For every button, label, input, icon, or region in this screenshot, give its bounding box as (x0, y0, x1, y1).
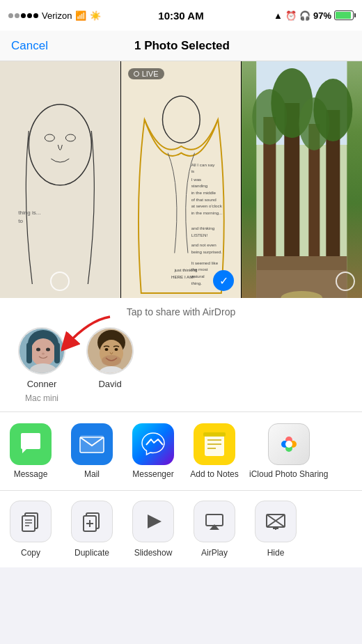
page-title: 1 Photo Selected (134, 39, 230, 53)
message-svg (19, 432, 42, 456)
hide-label: Hide (267, 548, 285, 558)
headphone-icon: 🎧 (299, 10, 310, 21)
svg-point-51 (115, 348, 118, 351)
airdrop-section: Tap to share with AirDrop (0, 298, 362, 412)
svg-text:LISTEN!: LISTEN! (191, 233, 207, 237)
svg-point-44 (46, 348, 50, 352)
svg-text:I was: I was (191, 177, 201, 182)
svg-point-2 (65, 134, 75, 141)
notes-svg (202, 432, 227, 457)
svg-rect-76 (206, 515, 223, 526)
nav-bar: Cancel 1 Photo Selected (0, 31, 362, 61)
svg-text:and not even: and not even (191, 242, 217, 247)
share-item-notes[interactable]: Add to Notes (184, 423, 245, 480)
photo-grid: thing is... to All I can say is I was st… (0, 61, 362, 298)
svg-point-50 (105, 348, 109, 351)
alarm-icon: ⏰ (285, 10, 297, 21)
david-name: David (98, 379, 121, 389)
middle-sketch-svg: All I can say is I was standing in the m… (121, 61, 242, 298)
svg-rect-60 (203, 432, 226, 437)
airdrop-title: Tap to share with AirDrop (11, 306, 351, 317)
wifi-icon: 📶 (75, 10, 86, 21)
slideshow-svg (142, 510, 164, 533)
cancel-button[interactable]: Cancel (11, 39, 48, 53)
share-item-mail[interactable]: Mail (61, 423, 123, 480)
svg-text:is: is (191, 168, 194, 173)
live-badge: LIVE (128, 68, 164, 79)
airdrop-person-david[interactable]: David (86, 327, 134, 403)
avatar-conner (18, 327, 65, 375)
live-circle-icon (134, 71, 139, 77)
action-item-duplicate[interactable]: Duplicate (61, 501, 123, 558)
svg-point-5 (162, 96, 200, 143)
share-item-messenger[interactable]: Messenger (123, 423, 184, 480)
svg-text:thing.: thing. (191, 281, 201, 285)
copy-svg (19, 510, 42, 533)
action-item-airplay[interactable]: AirPlay (184, 501, 245, 558)
svg-text:All I can say: All I can say (191, 162, 214, 167)
slideshow-label: Slideshow (134, 548, 173, 558)
airplay-label: AirPlay (201, 548, 228, 558)
duplicate-label: Duplicate (74, 548, 109, 558)
svg-text:HERE I AM!: HERE I AM! (171, 274, 194, 279)
action-item-slideshow[interactable]: Slideshow (123, 501, 184, 558)
conner-avatar-svg (19, 329, 65, 375)
icloud-icon (268, 423, 310, 465)
photo-cell-right[interactable] (242, 61, 362, 298)
svg-text:standing: standing (191, 184, 207, 189)
conner-name: Conner (27, 379, 57, 389)
svg-text:being surprised.: being surprised. (191, 249, 222, 254)
share-item-icloud[interactable]: iCloud Photo Sharing (245, 423, 332, 480)
notes-icon (194, 423, 235, 465)
photo-cell-left[interactable]: thing is... to (0, 61, 121, 298)
airdrop-people: Conner Mac mini (11, 327, 351, 403)
share-row: Message Mail Messenger (0, 412, 362, 491)
svg-text:thing is...: thing is... (18, 210, 40, 216)
svg-point-40 (31, 338, 56, 366)
message-icon (10, 423, 52, 465)
copy-label: Copy (21, 548, 40, 558)
svg-rect-42 (54, 343, 60, 363)
signal-dot-5 (33, 13, 38, 18)
mail-label: Mail (84, 469, 100, 480)
signal-dot-4 (27, 13, 32, 18)
nature-photo-svg (242, 61, 362, 298)
status-left: Verizon 📶 ☀️ (8, 10, 101, 21)
battery-percent: 97% (313, 10, 331, 21)
select-circle-right[interactable] (336, 272, 355, 291)
svg-point-45 (42, 353, 45, 355)
select-circle-left[interactable] (50, 272, 70, 291)
svg-rect-41 (26, 343, 32, 363)
svg-text:and thinking: and thinking (191, 226, 214, 230)
status-time: 10:30 AM (158, 10, 203, 22)
svg-text:It seemed like: It seemed like (191, 260, 218, 265)
photo-cell-middle[interactable]: All I can say is I was standing in the m… (121, 61, 242, 298)
svg-point-65 (285, 441, 292, 448)
mail-svg (79, 434, 104, 454)
conner-sub: Mac mini (25, 393, 58, 403)
live-label: LIVE (142, 70, 159, 78)
icloud-label: iCloud Photo Sharing (249, 469, 328, 480)
signal-dot-1 (8, 13, 13, 18)
svg-text:to: to (18, 218, 23, 224)
share-item-message[interactable]: Message (0, 423, 61, 480)
action-item-hide[interactable]: Hide (245, 501, 306, 558)
svg-text:at seven o'clock: at seven o'clock (191, 203, 222, 208)
status-right: ▲ ⏰ 🎧 97% (274, 10, 354, 21)
mail-icon (71, 423, 113, 465)
status-bar: Verizon 📶 ☀️ 10:30 AM ▲ ⏰ 🎧 97% (0, 0, 362, 31)
airplay-icon (194, 501, 235, 542)
svg-marker-75 (148, 515, 162, 528)
carrier-label: Verizon (42, 10, 72, 21)
airplay-svg (203, 510, 226, 533)
duplicate-icon (71, 501, 113, 542)
sketch-art-svg: thing is... to (0, 61, 120, 298)
svg-point-1 (45, 134, 54, 141)
action-row: Copy Duplicate Slideshow (0, 491, 362, 567)
svg-rect-67 (22, 516, 35, 531)
svg-text:in the middle: in the middle (191, 190, 216, 195)
svg-point-0 (29, 104, 91, 185)
action-item-copy[interactable]: Copy (0, 501, 61, 558)
brightness-icon: ☀️ (90, 10, 101, 21)
airdrop-person-conner[interactable]: Conner Mac mini (18, 327, 65, 403)
